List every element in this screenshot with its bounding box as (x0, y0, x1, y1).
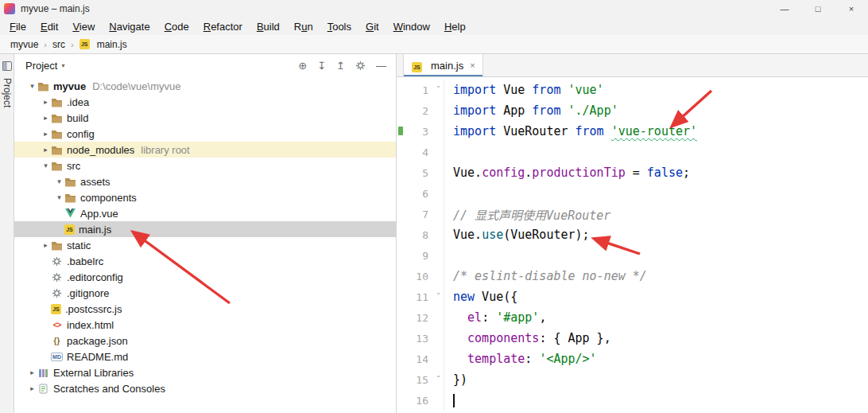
tree-item-label: myvue (53, 80, 86, 92)
menu-file[interactable]: File (2, 19, 33, 34)
tree-item-components[interactable]: ▾components (14, 189, 396, 205)
chevron-right-icon[interactable]: ▸ (41, 114, 51, 122)
code-line-12: 12 el: '#app', (397, 307, 868, 328)
tree-item-label: build (67, 112, 88, 124)
maximize-button[interactable]: □ (801, 0, 835, 18)
collapse-all-icon[interactable]: ↥ (336, 60, 345, 71)
editor-gutter: 7 (397, 204, 444, 224)
tree-item-static[interactable]: ▸static (14, 237, 396, 253)
fold-down-icon[interactable]: ˇ (433, 292, 444, 302)
editor-gutter: 2 (397, 100, 444, 121)
tree-item-package-json[interactable]: {}package.json (14, 333, 396, 349)
menu-build[interactable]: Build (250, 19, 287, 34)
vue-logo-icon (64, 208, 76, 219)
chevron-right-icon[interactable]: ▸ (41, 130, 51, 138)
tree-item-main-js[interactable]: JSmain.js (14, 221, 396, 237)
chevron-right-icon[interactable]: ▸ (27, 368, 37, 376)
editor-area: JS main.js × 1ˇimport Vue from 'vue'2imp… (397, 54, 868, 413)
tree-item-label: main.js (79, 224, 111, 236)
breadcrumb-item-myvue[interactable]: myvue (8, 38, 41, 51)
gear-icon (51, 271, 63, 282)
tree-item-babelrc[interactable]: .babelrc (14, 253, 396, 269)
project-tool-icon (2, 60, 12, 74)
fold-up-icon[interactable]: ˆ (433, 375, 444, 385)
tree-item-idea[interactable]: ▸.idea (14, 94, 396, 110)
settings-gear-icon[interactable] (355, 60, 366, 71)
code-line-14: 14 template: '<App/>' (397, 349, 868, 369)
locate-icon[interactable]: ⊕ (298, 60, 307, 71)
project-panel: Project ▾ ⊕↧↥— ▾myvueD:\code\vue\myvue▸.… (14, 54, 397, 413)
tree-item-readme-md[interactable]: MDREADME.md (14, 349, 396, 364)
editor-gutter: 10 (397, 266, 444, 286)
menu-navigate[interactable]: Navigate (102, 19, 157, 34)
close-button[interactable]: × (835, 0, 868, 18)
chevron-right-icon[interactable]: ▸ (41, 241, 51, 249)
chevron-right-icon[interactable]: ▸ (41, 146, 51, 154)
editor-gutter: 16 (397, 390, 444, 411)
chevron-down-icon: ▾ (61, 62, 64, 69)
breadcrumb-label: src (52, 39, 65, 50)
tree-item-index-html[interactable]: <>index.html (14, 317, 396, 333)
menu-tools[interactable]: Tools (320, 19, 358, 34)
project-tool-button[interactable]: Project (2, 60, 13, 107)
chevron-down-icon[interactable]: ▾ (54, 193, 64, 201)
menu-window[interactable]: Window (386, 19, 437, 34)
line-number: 9 (397, 250, 433, 262)
chevron-down-icon[interactable]: ▾ (54, 177, 64, 185)
close-icon[interactable]: × (470, 60, 475, 70)
menu-refactor[interactable]: Refactor (196, 19, 250, 34)
project-panel-title: Project (25, 60, 57, 72)
tree-item-gitignore[interactable]: .gitignore (14, 285, 396, 301)
tree-item-scratches-and-consoles[interactable]: ▸Scratches and Consoles (14, 380, 396, 396)
main-area: Project Project ▾ ⊕↧↥— ▾myvueD:\code\vue… (0, 54, 868, 413)
expand-all-icon[interactable]: ↧ (317, 60, 326, 71)
tree-item-label: assets (80, 176, 110, 188)
vcs-change-marker (398, 127, 403, 135)
menu-view[interactable]: View (65, 19, 102, 34)
folder-icon (51, 144, 63, 155)
editor-gutter: 4 (397, 142, 444, 162)
chevron-down-icon[interactable]: ▾ (27, 82, 37, 90)
menu-git[interactable]: Git (358, 19, 386, 34)
chevron-right-icon[interactable]: ▸ (27, 384, 37, 392)
breadcrumb-item-main-js[interactable]: JSmain.js (77, 38, 130, 51)
tree-item-config[interactable]: ▸config (14, 126, 396, 142)
minimize-button[interactable]: — (768, 0, 801, 18)
menu-code[interactable]: Code (157, 19, 196, 34)
editor-gutter: 13 (397, 328, 444, 349)
tab-main-js[interactable]: JS main.js × (403, 54, 483, 76)
tree-item-label: .postcssrc.js (65, 303, 122, 315)
tree-item-label: config (67, 128, 95, 140)
tree-item-label: External Libraries (53, 367, 134, 379)
code-editor[interactable]: 1ˇimport Vue from 'vue'2import App from … (397, 77, 868, 413)
chevron-down-icon[interactable]: ▾ (41, 162, 51, 169)
menu-edit[interactable]: Edit (33, 19, 65, 34)
tree-item-editorconfig[interactable]: .editorconfig (14, 269, 396, 285)
tree-item-node-modules[interactable]: ▸node_moduleslibrary root (14, 142, 396, 158)
title-bar: myvue – main.js —□× (0, 0, 868, 18)
editor-gutter: 1ˇ (397, 80, 444, 100)
fold-down-icon[interactable]: ˇ (433, 85, 444, 95)
code-text (444, 393, 455, 407)
hide-panel-icon[interactable]: — (376, 60, 386, 71)
code-text: /* eslint-disable no-new */ (444, 269, 647, 283)
menu-help[interactable]: Help (437, 19, 473, 34)
menu-run[interactable]: Run (287, 19, 320, 34)
folder-icon (64, 192, 76, 203)
tree-item-label: README.md (67, 351, 128, 363)
code-text: components: { App }, (444, 331, 611, 345)
tree-item-assets[interactable]: ▾assets (14, 173, 396, 189)
breadcrumb-item-src[interactable]: src (50, 38, 68, 51)
chevron-right-icon[interactable]: ▸ (41, 98, 51, 106)
tree-item-app-vue[interactable]: App.vue (14, 205, 396, 221)
code-line-5: 5Vue.config.productionTip = false; (397, 162, 868, 183)
code-text: }) (444, 372, 467, 387)
tree-item-build[interactable]: ▸build (14, 110, 396, 126)
tree-item-external-libraries[interactable]: ▸External Libraries (14, 364, 396, 380)
project-view-dropdown[interactable]: Project ▾ (25, 60, 64, 72)
tree-item-src[interactable]: ▾src (14, 158, 396, 173)
line-number: 7 (397, 208, 433, 220)
breadcrumb-separator-icon: › (42, 40, 48, 49)
tree-item-postcssrc-js[interactable]: JS.postcssrc.js (14, 301, 396, 317)
tree-item-myvue[interactable]: ▾myvueD:\code\vue\myvue (14, 78, 396, 94)
